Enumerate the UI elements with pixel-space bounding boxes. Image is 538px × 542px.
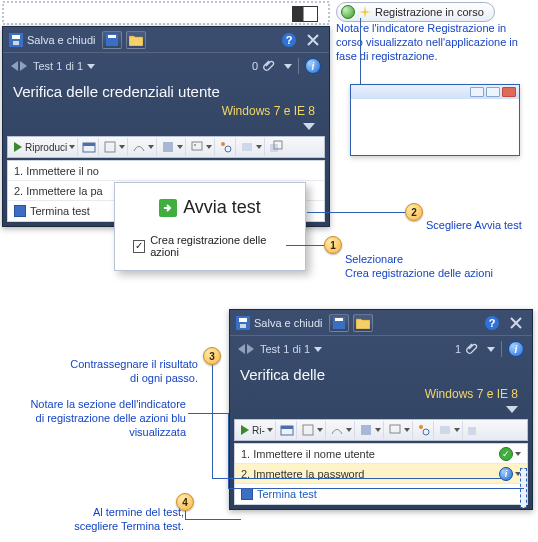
play-icon — [14, 142, 22, 152]
dropdown-icon[interactable] — [87, 64, 95, 69]
dropdown-icon[interactable] — [314, 347, 322, 352]
step-row-end[interactable]: Termina test — [235, 484, 527, 504]
tool-btn[interactable] — [415, 421, 434, 439]
dotted-guide — [2, 1, 330, 25]
svg-rect-12 — [83, 143, 95, 146]
close-panel-button[interactable] — [303, 31, 323, 49]
start-arrow-icon — [159, 199, 177, 217]
dropdown-icon[interactable] — [284, 64, 292, 69]
step-row[interactable]: 1. Immettere il no — [8, 161, 324, 181]
prev-icon — [238, 344, 245, 354]
test-runner-panel-2: Salva e chiudi ? Test 1 di 1 1 i Verific… — [229, 309, 533, 510]
save-and-close[interactable]: Salva e chiudi — [27, 34, 96, 46]
test-counter: Test 1 di 1 — [33, 60, 83, 72]
tool-btn[interactable] — [217, 138, 236, 156]
svg-rect-26 — [335, 318, 343, 321]
svg-rect-33 — [390, 425, 400, 433]
start-test-button[interactable]: Avvia test — [133, 197, 287, 218]
end-test-icon — [14, 205, 26, 217]
callout-mark-result: Contrassegnare il risultatodi ogni passo… — [58, 358, 198, 386]
step-nav[interactable] — [238, 344, 254, 354]
svg-rect-15 — [192, 142, 202, 150]
tool-btn[interactable] — [101, 138, 128, 156]
step-row[interactable]: 1. Immettere il nome utente ✓ — [235, 444, 527, 464]
maximize-button[interactable] — [486, 87, 500, 97]
close-panel-button[interactable] — [506, 314, 526, 332]
action-toolbar: Riproduci — [7, 136, 325, 158]
svg-rect-6 — [13, 41, 19, 45]
step-count: 0 — [252, 60, 258, 72]
save-and-close[interactable]: Salva e chiudi — [254, 317, 323, 329]
tool-btn[interactable] — [357, 421, 384, 439]
help-button[interactable]: ? — [279, 31, 299, 49]
svg-rect-36 — [440, 426, 450, 434]
tool-btn[interactable] — [159, 138, 186, 156]
tool-btn[interactable] — [188, 138, 215, 156]
open-button[interactable] — [353, 314, 373, 332]
tool-btn[interactable] — [130, 138, 157, 156]
play-button[interactable]: Riproduci — [12, 138, 78, 156]
step-list: 1. Immettere il nome utente ✓ 2. Immette… — [234, 443, 528, 505]
tool-btn[interactable] — [238, 138, 265, 156]
sample-app-window — [350, 84, 520, 156]
info-icon[interactable]: i — [305, 58, 321, 74]
callout-num-1: 1 — [324, 236, 342, 254]
step-row[interactable]: 2. Immettere la password i — [235, 464, 527, 484]
sparkle-icon — [359, 6, 371, 18]
svg-rect-5 — [12, 35, 20, 39]
tool-btn[interactable] — [328, 421, 355, 439]
info-icon[interactable]: i — [508, 341, 524, 357]
svg-rect-2 — [3, 2, 329, 24]
config-label: Windows 7 e IE 8 — [230, 385, 532, 403]
expand-icon[interactable] — [506, 406, 518, 413]
save-button[interactable] — [329, 314, 349, 332]
action-toolbar: Ri- — [234, 419, 528, 441]
disk-icon — [106, 34, 118, 46]
svg-point-18 — [225, 146, 231, 152]
test-title: Verifica delle — [230, 362, 532, 385]
pass-icon[interactable]: ✓ — [499, 447, 513, 461]
svg-rect-24 — [240, 324, 246, 328]
expand-icon[interactable] — [303, 123, 315, 130]
prev-icon — [11, 61, 18, 71]
close-button[interactable] — [502, 87, 516, 97]
test-counter: Test 1 di 1 — [260, 343, 310, 355]
dropdown-icon[interactable] — [487, 347, 495, 352]
step-nav[interactable] — [11, 61, 27, 71]
svg-text:?: ? — [489, 317, 496, 329]
close-icon — [306, 33, 320, 47]
recording-dot-icon — [341, 5, 355, 19]
svg-point-35 — [423, 429, 429, 435]
dropdown-icon[interactable] — [515, 452, 521, 456]
attachment-icon[interactable] — [262, 59, 276, 73]
tool-btn[interactable] — [465, 421, 483, 439]
callout-num-3: 3 — [203, 347, 221, 365]
start-test-popup: Avvia test ✓ Crea registrazione delle az… — [114, 182, 306, 271]
help-button[interactable]: ? — [482, 314, 502, 332]
create-recording-checkbox[interactable]: ✓ Crea registrazione delle azioni — [133, 234, 287, 258]
save-button[interactable] — [102, 31, 122, 49]
attachment-icon[interactable] — [465, 342, 479, 356]
help-icon: ? — [281, 32, 297, 48]
tool-btn[interactable] — [299, 421, 326, 439]
tool-btn[interactable] — [267, 138, 285, 156]
svg-rect-13 — [105, 142, 115, 152]
svg-marker-3 — [359, 6, 371, 18]
tool-btn[interactable] — [386, 421, 413, 439]
tool-btn[interactable] — [80, 138, 99, 156]
play-button[interactable]: Ri- — [239, 421, 276, 439]
save-icon — [236, 316, 250, 330]
callout-start-test: Scegliere Avvia test — [426, 219, 522, 233]
tool-btn[interactable] — [436, 421, 463, 439]
svg-rect-23 — [239, 318, 247, 322]
callout-end-test: Al termine del test,scegliere Termina te… — [64, 506, 184, 534]
svg-rect-37 — [468, 427, 476, 435]
tool-btn[interactable] — [278, 421, 297, 439]
folder-icon — [129, 34, 143, 46]
svg-text:?: ? — [286, 34, 293, 46]
minimize-button[interactable] — [470, 87, 484, 97]
callout-recording-strip: Notare la sezione dell'indicatoredi regi… — [16, 398, 186, 439]
open-button[interactable] — [126, 31, 146, 49]
svg-point-16 — [194, 144, 196, 146]
end-test-icon — [241, 488, 253, 500]
